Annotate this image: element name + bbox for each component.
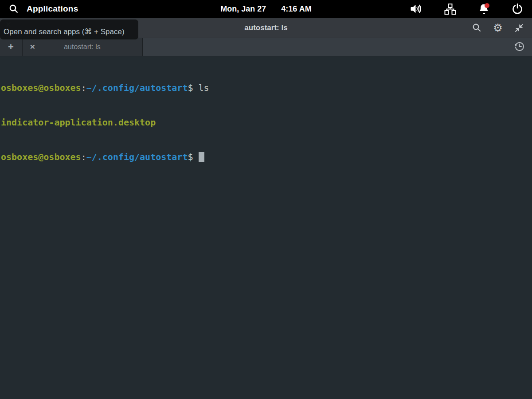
time-label: 4:16 AM	[281, 4, 311, 14]
applications-label: Applications	[27, 4, 78, 14]
history-icon	[514, 41, 525, 54]
power-icon[interactable]	[511, 2, 524, 16]
unmaximize-icon[interactable]	[513, 22, 525, 34]
tab-autostart[interactable]: ✕ autostart: ls	[23, 38, 143, 56]
prompt-dollar: $	[188, 82, 193, 93]
tab-close-icon[interactable]: ✕	[30, 43, 35, 51]
plus-icon: +	[8, 41, 14, 53]
terminal-output-line: indicator-application.desktop	[1, 117, 532, 128]
terminal-tab-bar: + ✕ autostart: ls	[0, 38, 532, 56]
terminal-prompt-line: osboxes@osboxes:~/.config/autostart$	[1, 151, 532, 163]
system-top-bar: Applications Mon, Jan 27 4:16 AM	[0, 0, 532, 18]
date-label: Mon, Jan 27	[220, 4, 266, 14]
prompt-path: ~/.config/autostart	[86, 152, 188, 162]
prompt-dollar: $	[188, 152, 193, 162]
terminal-prompt-line: osboxes@osboxes:~/.config/autostart$ ls	[1, 82, 532, 94]
settings-gear-icon[interactable]: ⚙	[492, 22, 504, 34]
prompt-colon: :	[81, 82, 86, 93]
notifications-bell-icon[interactable]	[477, 2, 490, 16]
system-tray	[410, 2, 532, 16]
history-button[interactable]	[514, 38, 532, 56]
titlebar-actions: ⚙	[471, 22, 532, 34]
volume-icon[interactable]	[410, 2, 423, 16]
command-text: ls	[193, 82, 209, 93]
applications-tooltip: Open and search apps (⌘ + Space)	[0, 20, 138, 39]
prompt-path: ~/.config/autostart	[86, 82, 188, 93]
terminal-screen[interactable]: osboxes@osboxes:~/.config/autostart$ ls …	[0, 56, 532, 399]
network-icon[interactable]	[443, 2, 457, 16]
prompt-colon: :	[81, 152, 86, 162]
terminal-cursor	[199, 152, 204, 162]
ls-output-file: indicator-application.desktop	[1, 117, 156, 128]
prompt-user-host: osboxes@osboxes	[1, 152, 81, 162]
prompt-user-host: osboxes@osboxes	[1, 82, 81, 93]
tab-label: autostart: ls	[23, 43, 142, 51]
command-text	[193, 152, 199, 162]
tooltip-text: Open and search apps (⌘ + Space)	[4, 27, 125, 36]
applications-menu[interactable]: Applications	[0, 2, 78, 16]
search-icon[interactable]	[471, 22, 482, 34]
new-tab-button[interactable]: +	[0, 38, 23, 56]
search-icon	[7, 2, 20, 16]
